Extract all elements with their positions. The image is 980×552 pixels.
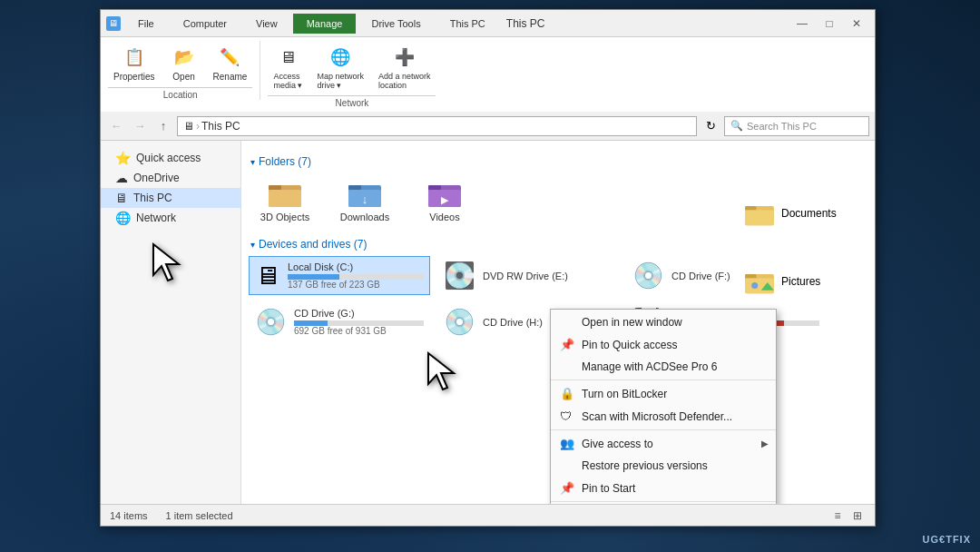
address-box[interactable]: 🖥 › This PC [177,116,697,136]
properties-ribbon-icon: 📋 [122,44,147,70]
tab-file[interactable]: File [124,14,168,34]
right-folders: Documents Pictures [739,195,848,300]
this-pc-icon: 🖥 [115,191,128,205]
search-placeholder: Search This PC [747,121,817,132]
ctx-open-new-window[interactable]: Open in new window [551,311,776,333]
ribbon-location-items: 📋 Properties 📂 Open ✏️ Rename [108,41,252,85]
view-details-button[interactable]: ≡ [829,508,846,524]
sidebar-item-this-pc[interactable]: 🖥 This PC [101,188,240,208]
tab-drive-tools[interactable]: Drive Tools [358,14,434,34]
device-local-disk-c[interactable]: 🖥 Local Disk (C:) 137 GB free of 223 GB [249,256,430,295]
refresh-button[interactable]: ↻ [701,116,720,136]
tab-this-pc-title[interactable]: This PC [436,14,499,34]
cd-g-name: CD Drive (G:) [294,308,424,319]
access-media-icon: 🖥 [275,44,300,70]
ribbon-group-location: 📋 Properties 📂 Open ✏️ Rename Location [108,41,260,100]
svg-rect-2 [269,190,301,207]
maximize-button[interactable]: □ [817,15,842,33]
network-icon: 🌐 [115,211,131,225]
svg-rect-15 [745,274,756,278]
svg-point-17 [751,282,758,289]
path-text: This PC [201,120,240,133]
ribbon-map-drive-button[interactable]: 🌐 Map network drive ▾ [311,41,369,94]
cd-f-icon: 💿 [632,261,664,291]
search-icon: 🔍 [730,120,743,132]
ctx-pin-start[interactable]: 📌 Pin to Start [551,477,776,499]
ribbon-properties-button[interactable]: 📋 Properties [108,41,161,85]
content-area: ⭐ Quick access ☁ OneDrive 🖥 This PC 🌐 Ne… [101,141,875,504]
sidebar-item-quick-access[interactable]: ⭐ Quick access [101,148,240,168]
ctx-sep-3 [551,501,776,502]
ctx-restore-previous[interactable]: Restore previous versions [551,455,776,477]
search-box[interactable]: 🔍 Search This PC [724,116,869,136]
tab-computer[interactable]: Computer [170,14,240,34]
local-disk-c-name: Local Disk (C:) [288,261,424,272]
view-tiles-button[interactable]: ⊞ [849,508,866,524]
sidebar-label-network: Network [136,212,176,224]
sidebar-label-onedrive: OneDrive [133,172,180,184]
add-network-icon: ➕ [392,44,417,70]
ctx-pin-quick-access[interactable]: 📌 Pin to Quick access [551,333,776,356]
folder-downloads[interactable]: ↓ Downloads [328,173,401,227]
ctx-give-access[interactable]: 👥 Give access to ▶ [551,432,776,455]
ribbon-open-button[interactable]: 📂 Open [164,41,204,85]
svg-text:↓: ↓ [362,192,368,206]
ribbon-content: 📋 Properties 📂 Open ✏️ Rename Location 🖥… [101,37,875,112]
open-ribbon-icon: 📂 [172,44,197,70]
ctx-turn-on-bitlocker[interactable]: 🔒 Turn on BitLocker [551,382,776,405]
forward-button[interactable]: → [130,116,150,136]
svg-rect-1 [269,185,281,190]
svg-rect-13 [745,210,774,225]
selected-count: 1 item selected [166,510,233,521]
tab-manage[interactable]: Manage [293,14,357,34]
videos-icon: ▶ [426,178,463,209]
map-drive-icon: 🌐 [328,44,353,70]
close-button[interactable]: ✕ [844,15,869,33]
ctx-sep-2 [551,429,776,430]
folder-3d-objects[interactable]: 3D Objects [249,173,321,227]
context-menu: Open in new window 📌 Pin to Quick access… [550,309,777,504]
documents-icon [743,200,776,227]
quick-access-icon: ⭐ [115,151,131,165]
svg-rect-8 [428,185,441,190]
folder-pictures[interactable]: Pictures [739,263,848,300]
minimize-button[interactable]: — [789,15,815,33]
ctx-give-access-icon: 👥 [560,437,574,450]
local-disk-c-space: 137 GB free of 223 GB [288,280,424,290]
device-cd-g[interactable]: 💿 CD Drive (G:) 692 GB free of 931 GB [249,302,430,341]
sidebar-item-onedrive[interactable]: ☁ OneDrive [101,168,240,188]
up-button[interactable]: ↑ [153,116,173,136]
ribbon-rename-button[interactable]: ✏️ Rename [208,41,253,85]
folder-documents[interactable]: Documents [739,195,848,232]
3d-objects-label: 3D Objects [260,212,309,222]
ctx-give-access-arrow: ▶ [761,439,769,448]
ctx-bitlocker-icon: 🔒 [560,387,574,400]
ctx-pin-quick-access-icon: 📌 [560,338,574,351]
ribbon-access-media-button[interactable]: 🖥 Access media ▾ [268,41,308,94]
ctx-pin-start-icon: 📌 [560,481,574,495]
tab-view[interactable]: View [242,14,291,34]
folders-section-header: Folders (7) [250,155,867,168]
ribbon-location-label: Location [108,87,252,100]
device-dvd-rw-e[interactable]: 💽 DVD RW Drive (E:) [437,256,619,295]
window-title: This PC [506,17,789,30]
folder-videos[interactable]: ▶ Videos [408,173,481,227]
ctx-scan-defender[interactable]: 🛡 Scan with Microsoft Defender... [551,405,776,428]
ctx-manage-acdsee[interactable]: Manage with ACDSee Pro 6 [551,356,776,378]
svg-rect-12 [745,206,756,210]
back-button[interactable]: ← [106,116,126,136]
documents-label: Documents [781,207,837,220]
explorer-window: 🖥 File Computer View Manage Drive Tools … [100,9,876,527]
ctx-defender-icon: 🛡 [560,409,574,423]
pictures-icon [743,268,776,295]
sidebar-item-network[interactable]: 🌐 Network [101,208,240,228]
items-count: 14 items [110,510,148,521]
svg-text:▶: ▶ [441,194,449,205]
videos-label: Videos [429,212,459,222]
titlebar: 🖥 File Computer View Manage Drive Tools … [101,10,875,37]
cd-h-icon: 💿 [444,307,475,337]
cd-g-icon: 💿 [255,307,287,337]
ribbon-add-network-button[interactable]: ➕ Add a network location [373,41,436,94]
ribbon-group-network: 🖥 Access media ▾ 🌐 Map network drive ▾ ➕… [268,41,443,108]
dvd-rw-e-icon: 💽 [444,261,475,291]
